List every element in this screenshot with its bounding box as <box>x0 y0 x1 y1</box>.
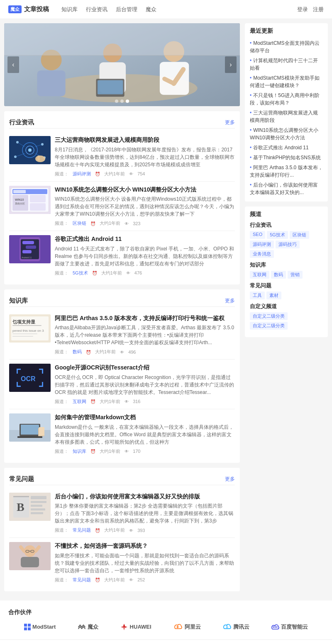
recent-item-1: ModStartCMS全面支持国内云储存平台 <box>250 38 323 56</box>
article-2-views: 323 <box>133 221 140 226</box>
kb-article-3-view-icon <box>124 449 129 454</box>
article-3-tag[interactable]: 5G技术 <box>73 270 88 276</box>
kb-article-3-tag[interactable]: 知识库 <box>73 448 86 454</box>
channel-tag-internet[interactable]: 互联网 <box>250 271 269 279</box>
channel-tags-faq: 工具 素材 <box>250 292 323 299</box>
faq-section: 常见问题 更多 B <box>4 468 240 591</box>
svg-rect-76 <box>31 512 43 514</box>
partner-mozong: 魔众 <box>78 623 98 631</box>
kb-article-2-tag[interactable]: 互联网 <box>73 399 86 405</box>
kb-article-1-title[interactable]: 阿里巴巴 Arthas 3.5.0 版本发布，支持反编译打印行号和统一鉴权 <box>55 314 235 323</box>
channel-group-faq-title: 常见问题 <box>250 282 323 289</box>
article-2-desc: WIN10系统怎么调整分区大小 设备用户在使用Windows10正式版系统过程中… <box>55 195 235 218</box>
knowledge-more[interactable]: 更多 <box>225 297 235 304</box>
svg-text:系统分区: 系统分区 <box>15 202 25 205</box>
kb-article-1-tag[interactable]: 数码 <box>73 349 82 355</box>
article-1-tag[interactable]: 源码评测 <box>73 171 91 177</box>
nav-industry[interactable]: 行业资讯 <box>86 6 107 13</box>
faq-article-1-title[interactable]: 后台小编们，你该如何使用富文本编辑器又好又快的排版 <box>55 493 235 501</box>
recent-item-7: 谷歌正式推出 Android 11 <box>250 143 323 153</box>
recent-item-9: 阿里巴 Arthas 3.5.0 版本发布，支持反编译打印行... <box>250 163 323 180</box>
channel-tag-seo[interactable]: SEO <box>250 231 265 239</box>
channel-tag-custom2[interactable]: 自定义二级分类 <box>250 322 288 330</box>
svg-point-92 <box>276 626 277 627</box>
nav-knowledge[interactable]: 知识库 <box>61 6 78 13</box>
svg-text:云: 云 <box>226 625 228 628</box>
faq-article-1-time: 大约1年前 <box>104 527 125 533</box>
svg-rect-72 <box>31 496 46 499</box>
recent-updates-box: 最近更新 ModStartCMS全面支持国内云储存平台 计算机规范时代四十三十二… <box>245 23 328 202</box>
faq-header: 常见问题 更多 <box>9 472 235 485</box>
faq-article-1-time-icon <box>95 528 100 533</box>
channel-subtag-news[interactable]: 业务消息 <box>250 250 274 258</box>
channel-tag-custom1[interactable]: 自定义二级分类 <box>250 312 288 320</box>
faq-article-2-desc: 如果您不懂技术，可能会面临一个问题，那就是如何找到一套适合自己的源码系统？我建专… <box>55 552 235 574</box>
channel-tag-skills[interactable]: 源码技巧 <box>276 241 300 248</box>
svg-rect-64 <box>21 425 39 435</box>
kb-article-3-meta: 频道：知识库 大约1年前 170 <box>55 448 235 454</box>
article-3-time: 大约1年前 <box>101 270 122 276</box>
channel-tag-marketing[interactable]: 营销 <box>288 271 303 279</box>
svg-rect-47 <box>12 325 42 326</box>
faq-article-2-source: 频道： <box>55 577 68 583</box>
kb-article-2-time-icon <box>90 399 95 404</box>
faq-article-1-tag[interactable]: 常见问题 <box>73 527 91 533</box>
svg-rect-3 <box>37 70 66 96</box>
svg-rect-75 <box>31 508 45 510</box>
faq-article-2-view-icon <box>129 577 133 582</box>
article-1-meta: 频道：源码评测 大约1年前 754 <box>55 171 235 177</box>
channel-tag-assets[interactable]: 素材 <box>266 292 281 299</box>
svg-rect-41 <box>26 245 36 249</box>
channel-tag-tools[interactable]: 工具 <box>250 292 265 299</box>
article-1-view-icon <box>129 171 133 176</box>
kb-article-3-time: 大约1年前 <box>100 448 120 454</box>
kb-article-2-view-icon <box>124 399 129 404</box>
svg-rect-59 <box>42 382 43 387</box>
faq-more[interactable]: 更多 <box>225 476 235 483</box>
faq-article-2-tag[interactable]: 常见问题 <box>73 577 91 583</box>
kb-article-2-title[interactable]: Google开源OCR识别Tesseract介绍 <box>55 364 235 372</box>
carousel-dot-3[interactable] <box>126 100 129 103</box>
logo[interactable]: 魔众 文章投稿 <box>8 5 49 13</box>
article-2-tag[interactable]: 区块链 <box>73 220 86 226</box>
kb-article-2-views: 316 <box>133 399 140 404</box>
article-1-title[interactable]: 三大运营商物联网发展进入规模商用阶段 <box>55 136 235 144</box>
nav-admin[interactable]: 后台管理 <box>116 6 137 13</box>
article-2-title[interactable]: WIN10系统怎么调整分区大小 WIN10调整分区大小方法 <box>55 186 235 194</box>
kb-article-3-title[interactable]: 如何集中的管理Markdown文档 <box>55 413 235 422</box>
kb-article-1: 乜项支持显 pened this issue on 3 阿里巴巴 Arthas … <box>9 310 235 360</box>
recent-item-10: 后台小编们，你该如何使用富文本编辑器又好又快的... <box>250 180 323 197</box>
svg-rect-79 <box>21 557 39 567</box>
partner-modstart: ModStart <box>24 624 56 630</box>
partner-baidu: 百度智能云 <box>271 623 308 631</box>
nav-mozong[interactable]: 魔众 <box>146 6 156 13</box>
kb-article-3-source: 频道： <box>55 448 68 454</box>
svg-rect-85 <box>24 624 27 627</box>
channel-subtags-industry: 业务消息 <box>250 250 323 258</box>
register-link[interactable]: 注册 <box>313 6 324 13</box>
industry-news-more[interactable]: 更多 <box>225 119 235 126</box>
article-3-meta: 频道：5G技术 大约1年前 476 <box>55 270 235 276</box>
article-1-time: 大约1年前 <box>104 171 125 177</box>
article-3-title[interactable]: 谷歌正式推出 Android 11 <box>55 235 235 243</box>
channel-group-faq: 常见问题 工具 素材 <box>250 282 323 299</box>
partner-baidu-label: 百度智能云 <box>281 623 308 631</box>
carousel-dot-1[interactable] <box>115 100 118 103</box>
channel-tags-kb: 互联网 数码 营销 <box>250 271 323 279</box>
channel-tag-digital[interactable]: 数码 <box>271 271 286 279</box>
svg-rect-31 <box>13 190 26 193</box>
article-2-time: 大约1年前 <box>100 220 120 226</box>
svg-rect-53 <box>17 369 18 374</box>
channel-tag-review[interactable]: 源码评测 <box>250 241 274 248</box>
svg-rect-67 <box>39 427 44 435</box>
carousel-prev-button[interactable]: ‹ <box>7 56 19 73</box>
login-link[interactable]: 登录 <box>297 6 308 13</box>
article-3-desc: Android 11 今天正式发布了，除了谷歌自家的 Pixel 手机，一加、小… <box>55 245 235 267</box>
recent-item-2: 计算机规范时代四十三十二开始看 <box>250 56 323 73</box>
faq-article-2-title[interactable]: 不懂技术，如何选择一套源码系统？ <box>55 542 235 550</box>
channel-tag-blockchain[interactable]: 区块链 <box>290 231 309 239</box>
carousel-dot-2[interactable] <box>120 100 124 103</box>
carousel-dots <box>115 100 129 103</box>
channel-tag-5g[interactable]: 5G技术 <box>267 231 288 239</box>
carousel-next-button[interactable]: › <box>225 56 237 73</box>
